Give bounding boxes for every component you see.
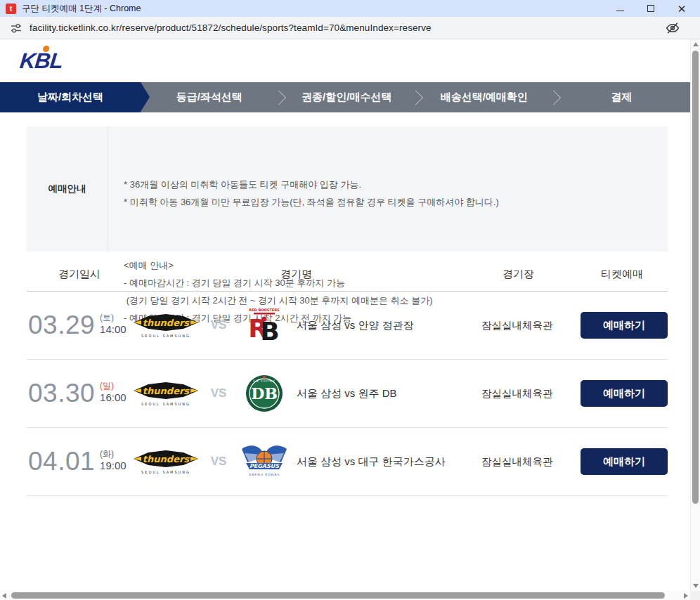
scroll-down-icon[interactable] [693, 584, 699, 588]
game-row: 04.01 (화) 19:00 thundersSEOUL SAMSUNG VS… [27, 428, 668, 496]
game-date-cell: 03.29 (토) 14:00 [27, 311, 132, 340]
site-settings-icon[interactable] [10, 22, 22, 34]
step-2[interactable]: 등급/좌석선택 [141, 82, 278, 112]
game-venue: 잠실실내체육관 [460, 455, 576, 469]
game-venue: 잠실실내체육관 [460, 319, 576, 332]
svg-text:DAEGU KOGAS: DAEGU KOGAS [249, 473, 280, 476]
svg-text:DB: DB [251, 384, 278, 403]
vertical-scroll-thumb[interactable] [692, 51, 699, 504]
schedule-header-row: 경기일시 경기명 경기장 티켓예매 [27, 258, 668, 292]
scroll-left-icon[interactable] [2, 593, 6, 599]
game-title: 서울 삼성 vs 대구 한국가스공사 [291, 455, 460, 469]
url-text[interactable]: facility.ticketlink.co.kr/reserve/produc… [30, 22, 432, 33]
vs-label: VS [200, 455, 238, 469]
kbl-logo-text: KBL [18, 48, 63, 73]
game-time: 19:00 [100, 459, 127, 473]
svg-text:DB PROMY: DB PROMY [253, 379, 276, 383]
kbl-logo[interactable]: KBL [18, 48, 77, 77]
step-1: 날짜/회차선택 [0, 82, 141, 112]
game-row: 03.29 (토) 14:00 thundersSEOUL SAMSUNG VS… [27, 292, 668, 360]
game-date: 03.29 [28, 311, 95, 340]
thunders-logo: thundersSEOUL SAMSUNG [132, 379, 200, 407]
notice-label: 예매안내 [27, 126, 108, 252]
game-schedule-table: 경기일시 경기명 경기장 티켓예매 03.29 (토) 14:00 thunde… [27, 258, 668, 496]
window-titlebar: t 구단 티켓예매 1단계 - Chrome ✕ [0, 0, 700, 17]
scrollbar-corner [690, 591, 700, 600]
game-time: 14:00 [100, 323, 127, 337]
game-day-label: (일) [100, 381, 127, 391]
pegasus-logo: PEGASUSDAEGU KOGAS [238, 443, 291, 480]
dbpromy-logo: DB PROMYDB [238, 374, 291, 413]
ticketlink-favicon: t [6, 4, 16, 14]
maximize-button[interactable] [645, 3, 656, 14]
vs-label: VS [200, 318, 238, 332]
notice-child-policy: * 36개월 이상의 미취학 아동들도 티켓 구매해야 입장 가능. * 미취학… [124, 176, 668, 211]
game-venue: 잠실실내체육관 [460, 387, 576, 400]
game-row: 03.30 (일) 16:00 thundersSEOUL SAMSUNG VS… [27, 360, 668, 428]
game-date-cell: 04.01 (화) 19:00 [27, 447, 132, 476]
book-ticket-button[interactable]: 예매하기 [581, 380, 668, 407]
step-3[interactable]: 권종/할인/매수선택 [278, 82, 416, 112]
step-label: 권종/할인/매수선택 [302, 91, 391, 104]
window-title: 구단 티켓예매 1단계 - Chrome [22, 3, 141, 15]
header-game-name: 경기명 [132, 268, 460, 281]
svg-text:thunders: thunders [143, 318, 190, 328]
thunders-logo: thundersSEOUL SAMSUNG [132, 311, 200, 339]
header-game-venue: 경기장 [460, 268, 576, 281]
close-button[interactable]: ✕ [676, 3, 687, 14]
header-ticket-booking: 티켓예매 [576, 268, 668, 281]
game-date: 03.30 [28, 379, 95, 408]
svg-text:SEOUL SAMSUNG: SEOUL SAMSUNG [141, 470, 190, 474]
svg-text:SEOUL SAMSUNG: SEOUL SAMSUNG [141, 402, 190, 406]
game-title: 서울 삼성 vs 원주 DB [291, 387, 460, 400]
header-game-datetime: 경기일시 [27, 268, 132, 281]
scroll-right-icon[interactable] [684, 593, 688, 599]
notice-body: * 36개월 이상의 미취학 아동들도 티켓 구매해야 입장 가능. * 미취학… [108, 126, 668, 252]
game-title: 서울 삼성 vs 안양 정관장 [291, 319, 460, 332]
horizontal-scrollbar[interactable] [0, 591, 690, 600]
book-ticket-button[interactable]: 예매하기 [581, 448, 668, 475]
game-day-label: (화) [100, 449, 127, 459]
thunders-logo: thundersSEOUL SAMSUNG [132, 448, 200, 476]
svg-text:thunders: thunders [143, 454, 190, 464]
svg-text:B: B [260, 317, 279, 346]
svg-text:PEGASUS: PEGASUS [249, 463, 280, 469]
svg-text:SEOUL SAMSUNG: SEOUL SAMSUNG [141, 334, 190, 338]
step-5[interactable]: 결제 [553, 82, 691, 112]
step-label: 등급/좌석선택 [176, 91, 242, 104]
booking-notice-box: 예매안내 * 36개월 이상의 미취학 아동들도 티켓 구매해야 입장 가능. … [27, 126, 668, 252]
minimize-button[interactable] [614, 3, 626, 14]
step-4[interactable]: 배송선택/예매확인 [415, 82, 553, 112]
redboosters-logo: RED BOOSTERSRB [238, 305, 291, 346]
step-label: 결제 [611, 91, 632, 104]
game-date: 04.01 [28, 447, 95, 476]
eye-off-icon[interactable] [665, 20, 680, 36]
step-navigation: 날짜/회차선택등급/좌석선택권종/할인/매수선택배송선택/예매확인결제 [0, 82, 690, 112]
horizontal-scroll-thumb[interactable] [11, 592, 665, 599]
vs-label: VS [200, 386, 238, 400]
svg-text:RED BOOSTERS: RED BOOSTERS [249, 308, 280, 312]
game-day-label: (토) [100, 313, 127, 323]
step-label: 배송선택/예매확인 [441, 91, 528, 104]
address-bar[interactable]: facility.ticketlink.co.kr/reserve/produc… [0, 17, 700, 39]
game-date-cell: 03.30 (일) 16:00 [27, 379, 132, 408]
page-content: KBL 날짜/회차선택등급/좌석선택권종/할인/매수선택배송선택/예매확인결제 … [0, 39, 690, 591]
step-label: 날짜/회차선택 [37, 91, 103, 104]
book-ticket-button[interactable]: 예매하기 [581, 312, 668, 339]
svg-text:thunders: thunders [143, 386, 190, 396]
vertical-scrollbar[interactable] [690, 39, 700, 591]
scroll-up-icon[interactable] [693, 42, 699, 46]
game-time: 16:00 [100, 391, 127, 405]
